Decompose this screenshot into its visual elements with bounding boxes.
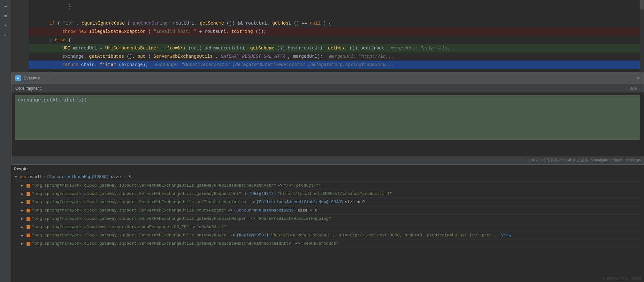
- result-expand-arrow[interactable]: ▼: [15, 175, 19, 179]
- row0-key: "org.springframework.cloud.gateway.suppo…: [32, 183, 276, 188]
- dialog-fragment-area: Code fragment: Java ↓: [12, 84, 644, 91]
- row5-key: "org.springframework.cloud.web.server.Se…: [32, 225, 189, 229]
- row6-icon: [27, 234, 30, 237]
- row2-extra: size = 0: [345, 200, 364, 204]
- line-num-9: [11, 64, 29, 72]
- row4-expand[interactable]: ▶: [21, 217, 25, 221]
- code-line-exchange-put: exchange. getAttributes (). put ( Server…: [11, 52, 644, 61]
- evaluate-dialog-icon: ▶: [15, 75, 21, 81]
- row0-value: "/v*/product/**": [284, 183, 324, 188]
- code-line-close-brace: }: [11, 3, 644, 11]
- row7-expand[interactable]: ▶: [21, 242, 25, 246]
- code-line-return: return chain. filter (exchange); exchang…: [11, 61, 644, 69]
- row2-icon: [27, 200, 30, 204]
- dialog-title-text: Evaluate: [24, 76, 40, 80]
- result-row-6[interactable]: ▶ "org.springframework.cloud.gateway.sup…: [14, 231, 641, 240]
- row0-expand[interactable]: ▶: [21, 184, 25, 188]
- line-gutter: [11, 0, 29, 72]
- dialog-close-button[interactable]: ×: [637, 76, 640, 81]
- line-num-6: [11, 40, 29, 48]
- row6-extra: "Route{id='venus-product', uri=http://lo…: [270, 233, 499, 238]
- row5-icon: [27, 225, 30, 229]
- row6-view-link[interactable]: View: [501, 233, 511, 238]
- result-root-ref: {ConcurrentHashMap@19880}: [47, 174, 109, 179]
- result-row-3[interactable]: ▶ "org.springframework.cloud.gateway.sup…: [14, 206, 641, 215]
- row1-extra: "http://localhost:8090/v1/product?produc…: [278, 191, 392, 196]
- dialog-body: exchange.getAttributes(): [12, 93, 644, 156]
- java-label: Java ↓: [629, 86, 640, 91]
- row4-value: "RoutePredicateHandlerMapping": [256, 216, 331, 221]
- sidebar-icon-x[interactable]: ✕: [2, 22, 9, 29]
- row0-icon: [27, 184, 30, 188]
- main-container: } if ( "lb" . equalsIgnoreCase ( another…: [11, 0, 644, 282]
- code-line-else: } else {: [11, 36, 644, 44]
- sidebar-left: ≡ ⊕ ✕ ✓: [0, 0, 11, 282]
- result-rows-container: ▶ "org.springframework.cloud.gateway.sup…: [14, 182, 641, 248]
- result-label: Result:: [14, 165, 641, 173]
- code-editor: } if ( "lb" . equalsIgnoreCase ( another…: [11, 0, 644, 72]
- row5-expand[interactable]: ▶: [21, 225, 25, 229]
- row1-expand[interactable]: ▶: [21, 192, 25, 196]
- row3-expand[interactable]: ▶: [21, 209, 25, 212]
- result-row-7[interactable]: ▶ "org.springframework.cloud.gateway.sup…: [14, 240, 641, 248]
- row6-expand[interactable]: ▶: [21, 234, 25, 237]
- row6-key: "org.springframework.cloud.gateway.suppo…: [32, 233, 229, 238]
- code-line-throw: throw new IllegalStateException ( "Inval…: [11, 27, 644, 36]
- sidebar-icon-check[interactable]: ✓: [2, 31, 9, 38]
- row4-key: "org.springframework.cloud.gateway.suppo…: [32, 216, 249, 221]
- result-root-row[interactable]: ▼ ∞ ∞ result = {ConcurrentHashMap@19880}…: [14, 173, 641, 182]
- result-row-0[interactable]: ▶ "org.springframework.cloud.gateway.sup…: [14, 182, 641, 190]
- line-num-7: [11, 48, 29, 56]
- watermark: CSDN @ZhangBlossom: [603, 276, 641, 280]
- sidebar-icon-1[interactable]: ≡: [2, 3, 9, 10]
- row7-key: "org.springframework.cloud.gateway.suppo…: [32, 241, 294, 246]
- line-num-8: [11, 56, 29, 64]
- minimap-thumb[interactable]: [640, 0, 644, 10]
- code-fragment-label-row: Code fragment: Java ↓: [15, 86, 640, 91]
- history-hint: Use Alt+向下箭头 and Alt+向上箭头 to navigate th…: [12, 156, 644, 164]
- dialog-titlebar: ▶ Evaluate ×: [12, 72, 644, 84]
- result-row-1[interactable]: ▶ "org.springframework.cloud.gateway.sup…: [14, 190, 641, 198]
- row3-icon: [27, 209, 30, 212]
- infinity-icon: ∞: [20, 175, 22, 179]
- line-num-5: [11, 32, 29, 40]
- code-fragment-label-text: Code fragment:: [15, 86, 42, 91]
- code-line-uri: URI mergedUrl = UriComponentsBuilder . f…: [11, 44, 644, 52]
- code-fragment-input[interactable]: exchange.getAttributes(): [15, 95, 640, 140]
- editor-minimap[interactable]: [640, 0, 644, 72]
- line-num-3: [11, 16, 29, 24]
- row6-value: {Route@19501}: [236, 233, 269, 238]
- row2-expand[interactable]: ▶: [21, 200, 25, 204]
- row3-extra: size = 0: [297, 208, 317, 213]
- row3-value: {ConcurrentHashMap@19959}: [234, 208, 296, 213]
- infinity-icon2: ∞: [24, 175, 26, 179]
- row2-key: "org.springframework.cloud.gateway.suppo…: [32, 200, 249, 204]
- result-row-2[interactable]: ▶ "org.springframework.cloud.gateway.sup…: [14, 198, 641, 206]
- row1-key: "org.springframework.cloud.gateway.suppo…: [32, 191, 241, 196]
- row1-value: {URI@19812}: [249, 191, 276, 196]
- result-row-4[interactable]: ▶ "org.springframework.cloud.gateway.sup…: [14, 215, 641, 223]
- row5-value: "d5c5d54c-1": [196, 225, 226, 229]
- row7-icon: [27, 242, 30, 246]
- line-num-1: [11, 0, 29, 8]
- results-section: Result: ▼ ∞ ∞ result = {ConcurrentHashMa…: [11, 165, 644, 248]
- line-num-2: [11, 8, 29, 16]
- row3-key: "org.springframework.cloud.gateway.suppo…: [32, 208, 226, 213]
- dialog-title-left: ▶ Evaluate: [15, 75, 40, 81]
- row7-value: "venus-product": [301, 241, 339, 246]
- row1-icon: [27, 192, 30, 196]
- result-var-name: result: [27, 174, 42, 179]
- sidebar-icon-2[interactable]: ⊕: [2, 12, 9, 19]
- line-num-4: [11, 24, 29, 32]
- row2-value: {Collections$UnmodifiableMap@19949}: [256, 200, 343, 204]
- row4-icon: [27, 217, 30, 221]
- code-line-close-brace2: }: [11, 69, 644, 72]
- code-line-empty: [11, 11, 644, 19]
- code-line-if: if ( "lb" . equalsIgnoreCase ( anotherSt…: [11, 19, 644, 27]
- result-row-5[interactable]: ▶ "org.springframework.cloud.web.server.…: [14, 223, 641, 231]
- result-root-size: size = 8: [111, 174, 131, 179]
- evaluate-dialog: ▶ Evaluate × Code fragment: Java ↓ excha…: [11, 72, 644, 165]
